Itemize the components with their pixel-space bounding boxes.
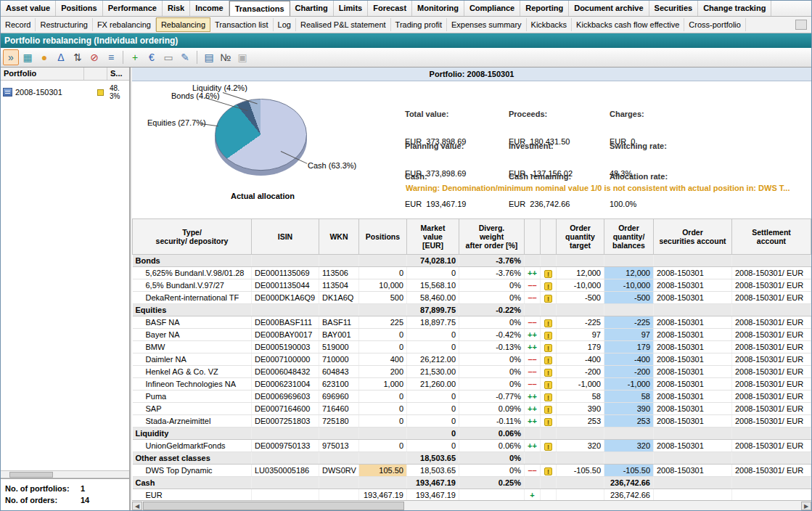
cell-order-quantity-balance[interactable]: 12,000 [604, 267, 654, 279]
cell-order-quantity-balance[interactable]: 253 [604, 415, 654, 428]
order-list-button[interactable]: ▤ [201, 49, 217, 65]
cell-order-quantity-balance[interactable]: -400 [604, 353, 654, 366]
cell-order-quantity-balance[interactable]: -225 [604, 316, 654, 329]
main-tab[interactable]: Asset value [1, 1, 56, 16]
sub-tab[interactable]: Transaction list [210, 18, 274, 31]
cell-isin: LU0350005186 [252, 465, 319, 477]
generate-orders-button[interactable]: № [218, 49, 234, 65]
security-row[interactable]: 6,5% Bundanl.V.97/27DE000113504411350410… [133, 279, 811, 292]
portfolio-list-item[interactable]: 2008-150301 48.3% [1, 81, 129, 104]
scroll-left-button[interactable]: ◀ [132, 502, 142, 510]
cell-order-quantity-balance[interactable]: 179 [604, 341, 654, 353]
security-row[interactable]: SAPDE0007164600716460000.09%++!390390200… [133, 403, 811, 415]
security-row[interactable]: Infineon Technologies NADE00062310046231… [133, 378, 811, 391]
cell-order-quantity-balance[interactable]: -10,000 [604, 279, 654, 292]
security-row[interactable]: BMWDE000519000351900000-0.13%++!17917920… [133, 341, 811, 353]
main-tab[interactable]: Risk [163, 1, 190, 16]
security-row[interactable]: Henkel AG & Co. VZDE00060484326048432002… [133, 366, 811, 378]
collapse-portfolio-panel-button[interactable]: » [3, 49, 19, 65]
cell-order-quantity-balance[interactable]: 320 [604, 440, 654, 452]
column-header-switching[interactable]: S... [107, 68, 129, 80]
main-tab[interactable]: Monitoring [412, 1, 464, 16]
security-row[interactable]: Bayer NADE000BAY0017BAY00100-0.42%++!979… [133, 329, 811, 341]
main-tab[interactable]: Charting [290, 1, 334, 16]
currency-allocation-button[interactable]: ● [36, 49, 52, 65]
main-tab[interactable]: Securities [649, 1, 699, 16]
cell-order-securities-account: 2008-150301 [654, 316, 732, 329]
security-row[interactable]: DWS Top DynamicLU0350005186DWS0RV105.501… [133, 465, 811, 477]
stat-orders: No. of orders: 14 [5, 494, 125, 506]
column-header[interactable]: Settlement account [732, 219, 811, 255]
cell-order-quantity-balance[interactable]: 97 [604, 329, 654, 341]
security-row[interactable]: EUR193,467.19193,467.19+236,742.66 [133, 489, 811, 501]
cell-order-quantity-balance[interactable]: 390 [604, 403, 654, 415]
delta-button[interactable]: Δ [53, 49, 69, 65]
sub-tab[interactable]: Expenses summary [447, 18, 527, 31]
column-header[interactable]: Positions [359, 219, 407, 255]
column-header-portfolio[interactable]: Portfolio [1, 68, 84, 80]
filter-off-button[interactable]: ⊘ [86, 49, 102, 65]
edit-chart-button[interactable]: ✎ [177, 49, 193, 65]
copy-button[interactable]: ▣ [234, 49, 250, 65]
sub-tab[interactable]: Restructuring [36, 18, 92, 31]
security-row[interactable]: PumaDE000696960369696000-0.77%++!5858200… [133, 391, 811, 403]
security-row[interactable]: Daimler NADE000710000071000040026,212.00… [133, 353, 811, 366]
layout-icon[interactable] [795, 20, 807, 30]
security-row[interactable]: UnionGeldmarktFondsDE0009750133975013000… [133, 440, 811, 452]
sub-tab[interactable]: FX rebalancing [93, 18, 156, 31]
clear-orders-button[interactable]: ▭ [160, 49, 176, 65]
main-tab[interactable]: Change tracking [698, 1, 771, 16]
security-row[interactable]: Stada-ArzneimittelDE000725180372518000-0… [133, 415, 811, 428]
euro-button[interactable]: € [144, 49, 160, 65]
cell-order-quantity-balance[interactable]: -200 [604, 366, 654, 378]
column-header[interactable]: WKN [319, 219, 359, 255]
main-tab[interactable]: Limits [334, 1, 368, 16]
main-tab[interactable]: Forecast [368, 1, 412, 16]
scrollbar-thumb[interactable] [143, 502, 404, 510]
main-tab[interactable]: Document archive [569, 1, 649, 16]
security-row[interactable]: BASF NADE000BASF111BASF1122518,897.750%–… [133, 316, 811, 329]
asset-group-row[interactable]: Other asset classes18,503.650% [133, 452, 811, 465]
sub-tab[interactable]: Cross-portfolio [684, 18, 746, 31]
allocation-chart-button[interactable]: ▦ [20, 49, 36, 65]
cell-order-quantity-balance[interactable]: -1,000 [604, 378, 654, 391]
main-tab[interactable]: Income [190, 1, 229, 16]
cell-positions: 0 [359, 440, 407, 452]
main-tab[interactable]: Compliance [464, 1, 520, 16]
column-header[interactable]: Type/ security/ depository [133, 219, 252, 255]
main-tab[interactable]: Performance [103, 1, 163, 16]
scrollbar-thumb[interactable] [9, 472, 53, 478]
sub-tab[interactable]: Rebalancing [156, 17, 210, 32]
main-tab[interactable]: Transactions [229, 1, 290, 16]
horizontal-scrollbar[interactable]: ◀ ▶ [132, 500, 811, 510]
column-header[interactable]: ISIN [252, 219, 319, 255]
cell-isin [252, 304, 319, 316]
cell-divergent-weight: 0% [459, 366, 525, 378]
main-tab[interactable]: Reporting [520, 1, 569, 16]
sub-tab[interactable]: Kickbacks cash flow effective [572, 18, 684, 31]
cell-order-quantity-balance[interactable]: -500 [604, 292, 654, 304]
main-tab[interactable]: Positions [56, 1, 103, 16]
cell-settlement-account: 2008-150301/ EUR [732, 267, 811, 279]
cell-wkn: 716460 [319, 403, 359, 415]
asset-group-row[interactable]: Cash193,467.190.25%236,742.66 [133, 477, 811, 489]
asset-group-row[interactable]: Equities87,899.75-0.22% [133, 304, 811, 316]
cell-order-quantity-balance[interactable]: 58 [604, 391, 654, 403]
cell-order-quantity-balance[interactable]: -105.50 [604, 465, 654, 477]
scroll-right-button[interactable]: ▶ [801, 502, 811, 510]
sub-tab[interactable]: Realised P&L statement [296, 18, 391, 31]
sub-tab[interactable]: Trading profit [391, 18, 447, 31]
sub-tab[interactable]: Kickbacks [527, 18, 573, 31]
security-row[interactable]: 5,625% Bundanl.V.98/01.28DE0001135069113… [133, 267, 811, 279]
sort-button[interactable]: ⇅ [70, 49, 86, 65]
adjust-parameters-button[interactable]: ≡ [103, 49, 119, 65]
sub-tab[interactable]: Log [274, 18, 296, 31]
summary-value: EUR 236,742.66 [509, 200, 571, 208]
column-header-status[interactable] [84, 68, 107, 80]
sub-tab[interactable]: Record [1, 18, 36, 31]
asset-group-row[interactable]: Liquidity00.06% [133, 428, 811, 440]
asset-group-row[interactable]: Bonds74,028.10-3.76% [133, 255, 811, 267]
portfolio-list-scrollbar[interactable] [1, 470, 129, 478]
security-row[interactable]: DekaRent-international TFDE000DK1A6Q9DK1… [133, 292, 811, 304]
add-position-button[interactable]: + [127, 49, 143, 65]
